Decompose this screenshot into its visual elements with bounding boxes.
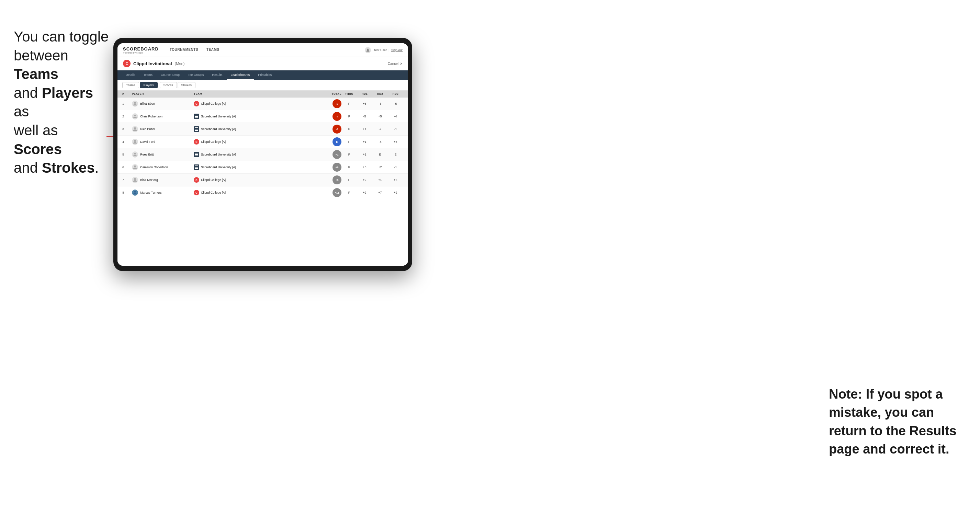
sign-out-link[interactable]: Sign out: [391, 48, 402, 52]
player-avatar-3: [132, 126, 138, 132]
sb-logo-2: [194, 114, 199, 119]
rank-4: 4: [122, 140, 132, 143]
total-badge-2: -4: [332, 112, 341, 121]
brand: SCOREBOARD Powered by clippd: [123, 46, 159, 54]
rd2-7: +1: [372, 178, 388, 182]
close-icon: ✕: [400, 62, 402, 65]
svg-point-20: [134, 178, 136, 180]
rd1-6: +5: [357, 165, 372, 169]
svg-rect-6: [195, 117, 198, 118]
rd2-3: -2: [372, 127, 388, 131]
tab-teams[interactable]: Teams: [140, 70, 157, 80]
nav-tournaments[interactable]: TOURNAMENTS: [165, 43, 202, 57]
table-row: 3 Rich Butler Scoreboard University [A] …: [118, 123, 408, 136]
thru-8: F: [341, 191, 357, 194]
total-badge-1: -8: [332, 99, 341, 108]
tab-navigation: Details Teams Course Setup Tee Groups Re…: [118, 70, 408, 80]
player-avatar-1: [132, 101, 138, 107]
team-cell-8: C Clippd College [A]: [194, 190, 317, 195]
player-name-1: Elliot Ebert: [140, 102, 155, 105]
thru-4: F: [341, 140, 357, 143]
toggle-players[interactable]: Players: [140, 82, 158, 88]
toggle-strokes[interactable]: Strokes: [178, 82, 196, 88]
col-rank: #: [122, 92, 132, 95]
team-name-4: Clippd College [A]: [201, 140, 226, 143]
team-name-1: Clippd College [A]: [201, 102, 226, 105]
player-avatar-4: [132, 139, 138, 145]
ipad-device: SCOREBOARD Powered by clippd TOURNAMENTS…: [113, 38, 412, 271]
rd2-4: -4: [372, 140, 388, 143]
sb-logo-3: [194, 126, 199, 132]
cancel-button[interactable]: Cancel ✕: [388, 62, 402, 65]
tab-results[interactable]: Results: [208, 70, 227, 80]
clippd-logo-8: C: [194, 190, 199, 195]
svg-point-3: [134, 115, 136, 116]
right-annotation: Note: If you spot a mistake, you can ret…: [829, 385, 959, 458]
rank-2: 2: [122, 115, 132, 118]
player-name-2: Chris Robertson: [140, 115, 162, 118]
svg-rect-9: [195, 129, 198, 129]
player-name-6: Cameron Robertson: [140, 165, 168, 169]
clippd-logo-7: C: [194, 177, 199, 183]
player-cell-7: Blair McHarg: [132, 177, 194, 183]
rd1-5: +1: [357, 153, 372, 156]
sb-logo-5: [194, 152, 199, 157]
player-cell-1: Elliot Ebert: [132, 101, 194, 107]
tournament-title: C Clippd Invitational (Men): [123, 60, 185, 67]
svg-rect-14: [195, 154, 198, 155]
player-avatar-5: [132, 151, 138, 157]
toggle-teams[interactable]: Teams: [122, 82, 139, 88]
player-cell-5: Rees Britt: [132, 151, 194, 157]
total-badge-7: +8: [332, 175, 341, 184]
thru-3: F: [341, 127, 357, 131]
thru-6: F: [341, 165, 357, 169]
tournament-name: Clippd Invitational: [133, 61, 172, 66]
tab-tee-groups[interactable]: Tee Groups: [184, 70, 208, 80]
col-thru: THRU: [341, 92, 357, 95]
rd2-5: E: [372, 153, 388, 156]
col-total: TOTAL: [317, 92, 341, 95]
total-badge-6: +6: [332, 163, 341, 171]
total-badge-5: +1: [332, 150, 341, 159]
table-row: 6 Cameron Robertson Scoreboard Universit…: [118, 161, 408, 174]
rd3-5: E: [388, 153, 403, 156]
tab-details[interactable]: Details: [122, 70, 140, 80]
thru-2: F: [341, 115, 357, 118]
player-cell-3: Rich Butler: [132, 126, 194, 132]
player-cell-4: David Ford: [132, 139, 194, 145]
sub-toggle: Teams Players Scores Strokes: [118, 80, 408, 90]
team-name-5: Scoreboard University [A]: [201, 153, 236, 156]
team-cell-3: Scoreboard University [A]: [194, 126, 317, 132]
rd3-3: -1: [388, 127, 403, 131]
player-avatar-6: [132, 164, 138, 170]
rd3-4: +3: [388, 140, 403, 143]
table-row: 1 Elliot Ebert C Clippd College [A] -8 F…: [118, 97, 408, 110]
team-cell-7: C Clippd College [A]: [194, 177, 317, 183]
rd2-2: +5: [372, 115, 388, 118]
table-header: # PLAYER TEAM TOTAL THRU RD1 RD2 RD3: [118, 90, 408, 97]
rank-5: 5: [122, 153, 132, 156]
toggle-scores[interactable]: Scores: [160, 82, 177, 88]
leaderboard-table: # PLAYER TEAM TOTAL THRU RD1 RD2 RD3 1 E…: [118, 90, 408, 266]
rank-1: 1: [122, 102, 132, 105]
tournament-subtitle: (Men): [175, 62, 185, 65]
clippd-logo-1: C: [194, 101, 199, 106]
thru-1: F: [341, 102, 357, 105]
rank-8: 8: [122, 191, 132, 194]
player-avatar-8: [132, 189, 138, 196]
tab-course-setup[interactable]: Course Setup: [157, 70, 184, 80]
table-row: 5 Rees Britt Scoreboard University [A] +…: [118, 148, 408, 161]
team-cell-2: Scoreboard University [A]: [194, 114, 317, 119]
tab-leaderboards[interactable]: Leaderboards: [227, 70, 254, 80]
col-rd1: RD1: [357, 92, 372, 95]
rd3-8: +2: [388, 191, 403, 194]
total-badge-4: E: [332, 137, 341, 146]
player-cell-6: Cameron Robertson: [132, 164, 194, 170]
table-row: 2 Chris Robertson Scoreboard University …: [118, 110, 408, 123]
rd3-6: -1: [388, 165, 403, 169]
thru-5: F: [341, 153, 357, 156]
nav-teams[interactable]: TEAMS: [202, 43, 224, 57]
tab-printables[interactable]: Printables: [254, 70, 276, 80]
svg-point-2: [134, 102, 136, 104]
team-cell-1: C Clippd College [A]: [194, 101, 317, 106]
